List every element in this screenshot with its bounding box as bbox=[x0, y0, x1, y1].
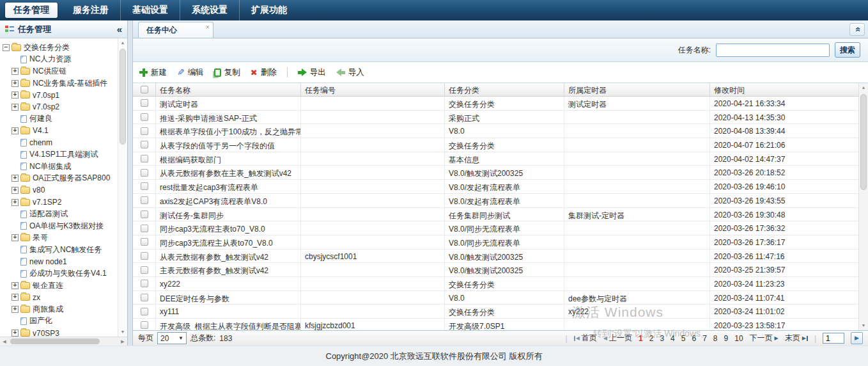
tree-item[interactable]: +v7.0sp1 bbox=[0, 89, 127, 101]
tree-item[interactable]: +v7.0sp2 bbox=[0, 101, 127, 113]
toolbar-delete-button[interactable]: ✖删除 bbox=[251, 67, 277, 78]
row-checkbox[interactable] bbox=[141, 155, 148, 163]
expand-plus-icon[interactable]: + bbox=[12, 68, 19, 75]
row-checkbox[interactable] bbox=[141, 141, 148, 148]
tree-item[interactable]: +NC供应链 bbox=[0, 65, 127, 77]
toolbar-edit-button[interactable]: ✎编辑 bbox=[177, 67, 204, 78]
tree-item[interactable]: chenm bbox=[0, 137, 127, 149]
tree-item[interactable]: +银企直连 bbox=[0, 280, 127, 292]
row-checkbox[interactable] bbox=[141, 225, 148, 232]
row-checkbox[interactable] bbox=[141, 127, 148, 135]
next-page-button[interactable]: 下一页 ▶ bbox=[750, 333, 779, 344]
page-number[interactable]: 10 bbox=[734, 334, 743, 343]
last-page-button[interactable]: 末页 ▶ bbox=[785, 333, 808, 344]
expand-plus-icon[interactable]: + bbox=[12, 199, 19, 206]
row-checkbox[interactable] bbox=[141, 211, 148, 218]
table-row[interactable]: 根据表单字段值小于100成功，反之抛异常V8.02020-04-08 13:39… bbox=[133, 124, 868, 138]
page-jump-input[interactable] bbox=[823, 333, 844, 344]
tree-item[interactable]: +zx bbox=[0, 291, 127, 303]
row-checkbox[interactable] bbox=[141, 238, 148, 246]
page-number[interactable]: 8 bbox=[713, 334, 718, 343]
page-number[interactable]: 1 bbox=[639, 334, 643, 343]
expand-plus-icon[interactable]: + bbox=[12, 330, 19, 337]
task-name-search-input[interactable] bbox=[716, 44, 830, 57]
table-row[interactable]: 同步cap3无流程主表to70_V8.0V8.0/同步无流程表单2020-03-… bbox=[133, 221, 868, 235]
scroll-right-icon[interactable]: ▶ bbox=[118, 337, 127, 346]
page-number[interactable]: 7 bbox=[702, 334, 707, 343]
topnav-item[interactable]: 服务注册 bbox=[61, 0, 120, 20]
expand-plus-icon[interactable]: + bbox=[12, 187, 19, 194]
sidebar-collapse-icon[interactable]: « bbox=[117, 24, 122, 34]
row-checkbox[interactable] bbox=[141, 196, 148, 204]
scroll-left-icon[interactable]: ◀ bbox=[0, 337, 9, 346]
tab-task-center[interactable]: 任务中心 × bbox=[138, 22, 213, 38]
toolbar-copy-button[interactable]: 复制 bbox=[214, 67, 240, 78]
scroll-up-icon[interactable]: ▲ bbox=[118, 38, 127, 47]
tree-item[interactable]: NC人力资源 bbox=[0, 54, 127, 66]
table-row[interactable]: 推送-采购申请推送SAP-正式采购正式2020-04-13 14:35:30 bbox=[133, 111, 868, 125]
scroll-down-icon[interactable]: ▼ bbox=[859, 321, 868, 330]
tree-hscrollbar-thumb[interactable] bbox=[10, 338, 100, 344]
tree-item[interactable]: −交换任务分类 bbox=[0, 42, 127, 54]
search-button[interactable]: 搜索 bbox=[835, 42, 860, 58]
table-row[interactable]: rest批量发起cap3有流程表单V8.0/发起有流程表单2020-03-26 … bbox=[133, 180, 868, 194]
prev-page-button[interactable]: ◀ 上一页 bbox=[603, 333, 632, 344]
topnav-item[interactable]: 系统设置 bbox=[180, 0, 239, 20]
tree-item[interactable]: +v7.1SP2 bbox=[0, 196, 127, 209]
tree-item[interactable]: +OA正式服务器SAP800 bbox=[0, 173, 127, 185]
table-row[interactable]: 测试定时器交换任务分类测试定时器2020-04-21 16:33:34 bbox=[133, 97, 868, 111]
row-checkbox[interactable] bbox=[141, 321, 148, 329]
topnav-item[interactable]: 扩展功能 bbox=[239, 0, 298, 20]
topnav-item[interactable]: 任务管理 bbox=[5, 3, 58, 18]
table-row[interactable]: axis2发起CAP3有流程表单V8.0V8.0/发起有流程表单2020-03-… bbox=[133, 194, 868, 208]
table-row[interactable]: xy111交换任务分类xy2222020-03-24 11:01:02 bbox=[133, 305, 868, 319]
tree-item[interactable]: V4.1SP1工具端测试 bbox=[0, 148, 127, 161]
tree-item[interactable]: 国产化 bbox=[0, 315, 127, 328]
tree-item[interactable]: 何建良 bbox=[0, 113, 127, 125]
page-number[interactable]: 2 bbox=[649, 334, 654, 343]
row-checkbox[interactable] bbox=[141, 308, 148, 315]
row-checkbox[interactable] bbox=[141, 280, 148, 287]
tree-item[interactable]: +v70SP3 bbox=[0, 327, 127, 337]
row-checkbox[interactable] bbox=[141, 113, 148, 121]
row-checkbox[interactable] bbox=[141, 266, 148, 274]
tree-item[interactable]: +v80 bbox=[0, 184, 127, 196]
toolbar-import-button[interactable]: 导入 bbox=[336, 67, 364, 78]
expand-plus-icon[interactable]: + bbox=[12, 80, 19, 87]
tree-item[interactable]: +V4.1 bbox=[0, 125, 127, 137]
row-checkbox[interactable] bbox=[141, 294, 148, 301]
table-row[interactable]: 同步cap3无流程主从表to70_V8.0V8.0/同步无流程表单2020-03… bbox=[133, 235, 868, 250]
tree-item[interactable]: OA单据与K3数据对接 bbox=[0, 220, 127, 232]
table-row[interactable]: 根据编码获取部门基本信息2020-04-02 14:47:37 bbox=[133, 152, 868, 166]
select-all-checkbox[interactable] bbox=[141, 86, 148, 93]
panel-splitter[interactable] bbox=[128, 20, 132, 346]
expand-plus-icon[interactable]: + bbox=[12, 175, 19, 182]
expand-plus-icon[interactable]: + bbox=[12, 234, 19, 241]
tree-item[interactable]: NC单据集成 bbox=[0, 161, 127, 173]
topnav-item[interactable]: 基础设置 bbox=[120, 0, 180, 20]
first-page-button[interactable]: ◀ 首页 bbox=[574, 333, 597, 344]
scroll-up-icon[interactable]: ▲ bbox=[859, 83, 868, 92]
expand-plus-icon[interactable]: + bbox=[12, 306, 19, 313]
expand-plus-icon[interactable]: + bbox=[12, 294, 19, 301]
page-number[interactable]: 6 bbox=[692, 334, 696, 343]
row-checkbox[interactable] bbox=[141, 182, 148, 190]
tree-item[interactable]: 集成写入NC触发任务 bbox=[0, 244, 127, 256]
page-number[interactable]: 9 bbox=[724, 334, 729, 343]
per-page-select[interactable]: 20 ▼ bbox=[157, 332, 187, 344]
expand-plus-icon[interactable]: + bbox=[12, 127, 19, 134]
tree-item[interactable]: +商旅集成 bbox=[0, 303, 127, 315]
row-checkbox[interactable] bbox=[141, 169, 148, 177]
expand-plus-icon[interactable]: + bbox=[12, 104, 19, 111]
row-checkbox[interactable] bbox=[141, 99, 148, 107]
table-row[interactable]: DEE定时任务与参数V8.0dee参数与定时器2020-03-24 11:07:… bbox=[133, 291, 868, 305]
scroll-down-icon[interactable]: ▼ bbox=[118, 328, 127, 337]
table-row[interactable]: 从表字段的值等于另一个字段的值交换任务分类2020-04-07 16:21:06 bbox=[133, 138, 868, 152]
page-number[interactable]: 4 bbox=[670, 334, 675, 343]
page-jump-go-button[interactable]: ▶ bbox=[851, 332, 863, 344]
table-row[interactable]: 开发高级_根据主从表字段值判断是否阻塞kfsjgjzcbzd001开发高级7.0… bbox=[133, 319, 868, 330]
tab-list-expand-button[interactable]: » bbox=[849, 23, 865, 36]
table-row[interactable]: xy222交换任务分类2020-03-24 11:23:23 bbox=[133, 277, 868, 291]
table-row[interactable]: 主表元数据有参数_触发测试v42V8.0/触发测试2003252020-03-2… bbox=[133, 263, 868, 277]
tree-item[interactable]: +NC业务集成-基础插件 bbox=[0, 77, 127, 90]
